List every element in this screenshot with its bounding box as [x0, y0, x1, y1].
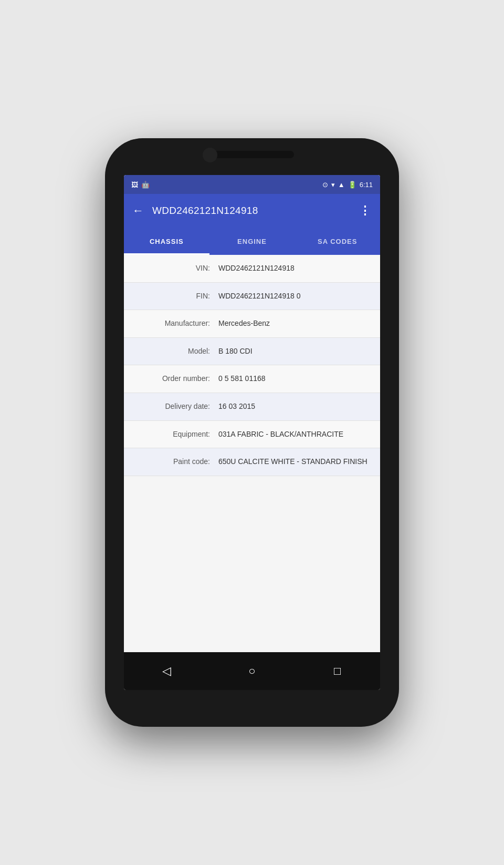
row-value: 0 5 581 01168	[218, 374, 370, 384]
nav-recents-button[interactable]: □	[325, 658, 350, 684]
content-area: VIN:WDD2462121N124918FIN:WDD2462121N1249…	[124, 255, 380, 652]
circle-icon: ⊙	[322, 181, 328, 189]
table-row: Model:B 180 CDI	[124, 338, 380, 366]
home-nav-icon: ○	[248, 664, 255, 678]
tab-chassis-label: CHASSIS	[150, 238, 184, 245]
phone-screen: 🖼 🤖 ⊙ ▾ ▲ 🔋 6:11 ← WDD2462121N124918 ⋮ C…	[124, 175, 380, 690]
image-icon: 🖼	[131, 181, 138, 189]
chassis-data-list: VIN:WDD2462121N124918FIN:WDD2462121N1249…	[124, 255, 380, 476]
row-label: Manufacturer:	[134, 318, 218, 329]
table-row: VIN:WDD2462121N124918	[124, 255, 380, 283]
row-value: 16 03 2015	[218, 401, 370, 412]
wifi-icon: ▾	[331, 181, 335, 189]
android-icon: 🤖	[141, 181, 150, 189]
recents-nav-icon: □	[334, 664, 341, 678]
row-value: 650U CALCITE WHITE - STANDARD FINISH	[218, 457, 370, 467]
app-bar-title: WDD2462121N124918	[152, 205, 351, 217]
row-label: Equipment:	[134, 429, 218, 440]
row-value: B 180 CDI	[218, 346, 370, 357]
tabs-container: CHASSIS ENGINE SA CODES	[124, 228, 380, 255]
table-row: FIN:WDD2462121N124918 0	[124, 283, 380, 311]
tab-sa-codes-label: SA CODES	[318, 238, 357, 245]
row-label: Model:	[134, 346, 218, 357]
tab-engine[interactable]: ENGINE	[209, 228, 295, 255]
time-display: 6:11	[360, 181, 373, 189]
bottom-nav: ◁ ○ □	[124, 652, 380, 690]
back-nav-icon: ◁	[162, 664, 171, 678]
row-label: FIN:	[134, 291, 218, 302]
row-label: Paint code:	[134, 457, 218, 467]
nav-home-button[interactable]: ○	[239, 658, 265, 684]
signal-icon: ▲	[338, 181, 345, 189]
tab-engine-label: ENGINE	[237, 238, 267, 245]
row-value: 031A FABRIC - BLACK/ANTHRACITE	[218, 429, 370, 440]
row-label: Delivery date:	[134, 401, 218, 412]
row-label: VIN:	[134, 263, 218, 274]
nav-back-button[interactable]: ◁	[154, 658, 179, 684]
table-row: Equipment:031A FABRIC - BLACK/ANTHRACITE	[124, 421, 380, 449]
back-button[interactable]: ←	[132, 204, 144, 218]
table-row: Order number:0 5 581 01168	[124, 365, 380, 393]
status-bar-right: ⊙ ▾ ▲ 🔋 6:11	[322, 181, 373, 189]
row-value: WDD2462121N124918 0	[218, 291, 370, 302]
status-bar: 🖼 🤖 ⊙ ▾ ▲ 🔋 6:11	[124, 175, 380, 194]
table-row: Delivery date:16 03 2015	[124, 393, 380, 421]
tab-chassis[interactable]: CHASSIS	[124, 228, 209, 255]
app-bar: ← WDD2462121N124918 ⋮	[124, 194, 380, 228]
phone-frame: 🖼 🤖 ⊙ ▾ ▲ 🔋 6:11 ← WDD2462121N124918 ⋮ C…	[105, 138, 399, 727]
status-bar-left: 🖼 🤖	[131, 181, 150, 189]
row-label: Order number:	[134, 374, 218, 384]
row-value: WDD2462121N124918	[218, 263, 370, 274]
tab-sa-codes[interactable]: SA CODES	[295, 228, 380, 255]
row-value: Mercedes-Benz	[218, 318, 370, 329]
table-row: Manufacturer:Mercedes-Benz	[124, 310, 380, 338]
more-button[interactable]: ⋮	[359, 204, 372, 218]
battery-icon: 🔋	[348, 181, 356, 189]
table-row: Paint code:650U CALCITE WHITE - STANDARD…	[124, 448, 380, 476]
